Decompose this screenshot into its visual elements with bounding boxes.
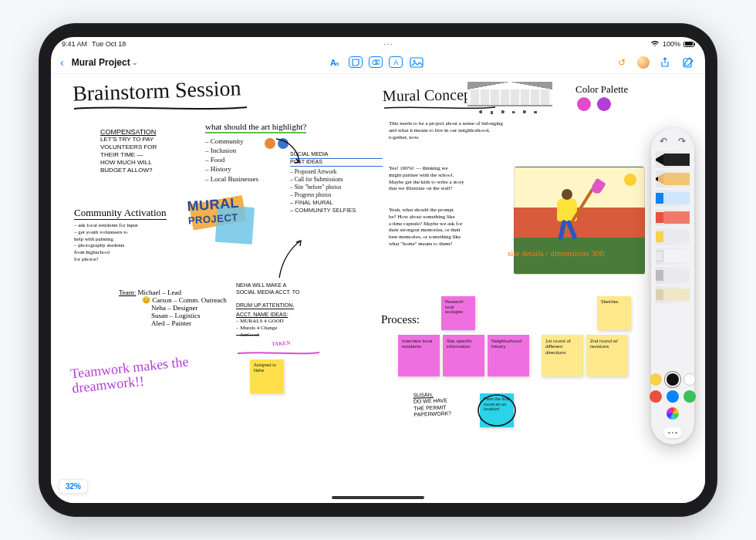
new-note-button[interactable]: [680, 56, 696, 69]
teamwork-note[interactable]: Teamwork makes the dreamwork!!: [70, 353, 211, 396]
status-time: 9:41 AM: [62, 40, 87, 48]
needs-paragraph[interactable]: This needs to be a project about a sense…: [389, 120, 505, 140]
activation-block[interactable]: Community Activation – ask local residen…: [74, 205, 182, 263]
zoom-indicator[interactable]: 32%: [59, 479, 88, 494]
screen: 9:41 AM Tue Oct 18 · · · 100% ‹ Mural Pr…: [51, 37, 705, 503]
yes-note[interactable]: Yes! 100%! — thinking we might partner w…: [389, 165, 512, 192]
swatch-icon[interactable]: [597, 97, 611, 111]
board-title-text: Mural Project: [72, 57, 130, 68]
sticky-note[interactable]: Neighborhood history: [488, 335, 529, 376]
color-swatch[interactable]: [683, 390, 696, 403]
board-title[interactable]: Mural Project ⌄: [72, 57, 138, 68]
palette-undo-icon[interactable]: ↶: [660, 136, 667, 147]
heading-brainstorm[interactable]: Brainstorm Session: [73, 76, 242, 106]
undo-button[interactable]: ↺: [614, 56, 629, 69]
freeform-canvas[interactable]: Brainstorm Session Mural Concepts COMPEN…: [51, 74, 705, 503]
color-swatch[interactable]: [683, 373, 696, 386]
shapes-icon[interactable]: [369, 56, 383, 68]
tool-lasso[interactable]: [656, 267, 690, 284]
tool-crayon[interactable]: [656, 209, 690, 226]
comp-l4: BUDGET ALLOW?: [100, 167, 157, 174]
sticky-note[interactable]: Interview local residents: [398, 335, 440, 376]
comp-l1: VOLUNTEERS FOR: [100, 143, 157, 151]
mural-project-logo[interactable]: MURALPROJECT: [187, 195, 267, 247]
color-swatch[interactable]: [667, 390, 679, 403]
text-style-icon[interactable]: Aa: [327, 56, 343, 69]
svg-point-5: [413, 59, 416, 62]
battery-percent: 100%: [663, 40, 680, 48]
sticky-final[interactable]: Paint the final mural art on location!: [480, 393, 514, 427]
susan-question[interactable]: SUSAN, DO WE HAVE THE PERMIT PAPERWORK?: [413, 391, 451, 418]
site-note[interactable]: site details / dimensions 30ft: [508, 248, 605, 258]
sticky-assigned[interactable]: Assigned to Neha: [250, 359, 284, 393]
highlight-list: Community Inclusion Food History Local B…: [205, 137, 258, 184]
chevron-down-icon: ⌄: [132, 59, 138, 66]
text-box-icon[interactable]: A: [389, 56, 403, 68]
comp-l2: THEIR TIME —: [100, 151, 157, 159]
battery-icon: [683, 42, 694, 47]
drawing-palette[interactable]: ↶ ↷: [651, 128, 694, 444]
compensation-heading: COMPENSATION: [100, 128, 157, 136]
neha-block[interactable]: NEHA WILL MAKE A SOCIAL MEDIA ACCT. TO D…: [236, 282, 344, 359]
sticky-note[interactable]: Sketches: [597, 296, 631, 330]
arrow-icon: [275, 236, 305, 282]
svg-text:a: a: [336, 60, 339, 67]
status-date: Tue Oct 18: [92, 40, 126, 48]
wifi-icon: [650, 40, 660, 49]
underline-1: [73, 105, 250, 113]
color-swatch[interactable]: [650, 390, 662, 403]
tool-pencil[interactable]: [656, 170, 690, 187]
home-indicator[interactable]: [332, 496, 424, 499]
status-bar: 9:41 AM Tue Oct 18 · · · 100%: [51, 37, 705, 51]
palette-redo-icon[interactable]: ↷: [678, 136, 686, 147]
comp-l0: LET'S TRY TO PAY: [100, 136, 157, 143]
color-swatch[interactable]: [650, 373, 662, 386]
sticky-note-icon[interactable]: [349, 56, 363, 68]
circle-annotation: [477, 390, 517, 430]
tool-marker[interactable]: [656, 190, 690, 207]
mural-illustration[interactable]: [514, 167, 645, 275]
sticky-note[interactable]: 2nd round w/ revisions: [586, 335, 628, 376]
collaborator-avatar[interactable]: [637, 56, 650, 69]
highlight-q: what should the art highlight?: [205, 122, 306, 133]
team-block[interactable]: Team: Michael – Lead 😊 Carson – Comm. Ou…: [119, 289, 227, 327]
palette-label[interactable]: Color Palette: [575, 83, 628, 96]
ipad-frame: 9:41 AM Tue Oct 18 · · · 100% ‹ Mural Pr…: [39, 23, 717, 517]
museum-sketch[interactable]: [467, 82, 552, 113]
back-button[interactable]: ‹: [60, 56, 64, 69]
palette-more-button[interactable]: [663, 427, 682, 438]
yeah-note[interactable]: Yeah, what should the prompt be? How abo…: [389, 207, 512, 248]
swatch-icon[interactable]: [577, 97, 591, 111]
multitask-dots[interactable]: · · ·: [126, 41, 650, 48]
tool-eraser[interactable]: [656, 248, 690, 265]
arrow-icon: [273, 136, 304, 167]
sticky-note[interactable]: 1st round of different directions: [542, 335, 583, 376]
color-picker[interactable]: [650, 369, 696, 424]
social-block[interactable]: SOCIAL MEDIA POST IDEAS Proposed Artwork…: [290, 151, 383, 214]
compensation-block[interactable]: COMPENSATION LET'S TRY TO PAY VOLUNTEERS…: [100, 128, 157, 174]
sticky-note[interactable]: Site specific information: [443, 335, 484, 376]
tool-brush[interactable]: [656, 228, 690, 245]
tool-pen[interactable]: [656, 151, 690, 168]
tool-ruler[interactable]: [656, 286, 690, 303]
palette-swatches[interactable]: [575, 97, 613, 114]
process-label[interactable]: Process:: [381, 313, 420, 326]
svg-point-7: [478, 395, 515, 426]
sticky-note[interactable]: Research local ecologies: [441, 296, 475, 330]
share-button[interactable]: [657, 56, 673, 69]
color-swatch[interactable]: [667, 373, 679, 386]
app-toolbar: ‹ Mural Project ⌄ Aa A ↺: [51, 51, 705, 74]
media-icon[interactable]: [409, 56, 424, 69]
comp-l3: HOW MUCH WILL: [100, 159, 157, 167]
color-wheel-icon[interactable]: [667, 407, 679, 420]
